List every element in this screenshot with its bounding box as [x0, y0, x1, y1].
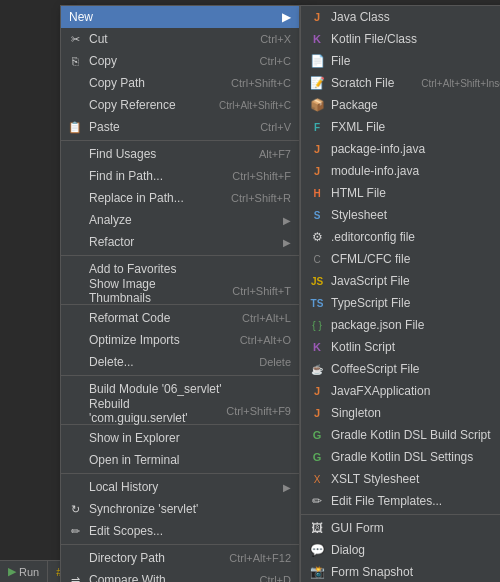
- java-class-label: Java Class: [331, 10, 390, 24]
- right-fxml[interactable]: F FXML File: [301, 116, 500, 138]
- run-label: Run: [19, 566, 39, 578]
- right-package-info[interactable]: J package-info.java: [301, 138, 500, 160]
- right-package-json[interactable]: { } package.json File: [301, 314, 500, 336]
- fxml-icon: F: [309, 119, 325, 135]
- analyze-arrow: ▶: [283, 215, 291, 226]
- stylesheet-label: Stylesheet: [331, 208, 387, 222]
- menu-replace-path[interactable]: Replace in Path... Ctrl+Shift+R: [61, 187, 299, 209]
- right-java-class[interactable]: J Java Class: [301, 6, 500, 28]
- right-edit-templates[interactable]: ✏ Edit File Templates...: [301, 490, 500, 512]
- menu-delete-shortcut: Delete: [243, 356, 291, 368]
- right-dialog[interactable]: 💬 Dialog: [301, 539, 500, 561]
- menu-edit-scopes-label: Edit Scopes...: [89, 524, 163, 538]
- right-xslt[interactable]: X XSLT Stylesheet: [301, 468, 500, 490]
- singleton-icon: J: [309, 405, 325, 421]
- copy-icon: ⎘: [67, 53, 83, 69]
- menu-reformat[interactable]: Reformat Code Ctrl+Alt+L: [61, 307, 299, 329]
- menu-analyze-label: Analyze: [89, 213, 132, 227]
- menu-copy-path-label: Copy Path: [89, 76, 145, 90]
- right-stylesheet[interactable]: S Stylesheet: [301, 204, 500, 226]
- menu-reformat-shortcut: Ctrl+Alt+L: [226, 312, 291, 324]
- right-gradle-settings[interactable]: G Gradle Kotlin DSL Settings: [301, 446, 500, 468]
- run-status[interactable]: ▶ Run: [0, 561, 48, 582]
- right-kotlin-script[interactable]: K Kotlin Script: [301, 336, 500, 358]
- right-form-snapshot[interactable]: 📸 Form Snapshot: [301, 561, 500, 582]
- module-info-label: module-info.java: [331, 164, 419, 178]
- menu-compare-shortcut: Ctrl+D: [244, 574, 291, 582]
- right-kotlin-file[interactable]: K Kotlin File/Class: [301, 28, 500, 50]
- sync-icon: ↻: [67, 501, 83, 517]
- menu-show-explorer[interactable]: Show in Explorer: [61, 427, 299, 449]
- menu-cut-shortcut: Ctrl+X: [244, 33, 291, 45]
- menu-show-explorer-label: Show in Explorer: [89, 431, 180, 445]
- menu-cut[interactable]: ✂ Cut Ctrl+X: [61, 28, 299, 50]
- menu-reformat-label: Reformat Code: [89, 311, 170, 325]
- dialog-icon: 💬: [309, 542, 325, 558]
- menu-build-label: Build Module '06_servlet': [89, 382, 222, 396]
- right-ts[interactable]: TS TypeScript File: [301, 292, 500, 314]
- build-icon: [67, 381, 83, 397]
- module-info-icon: J: [309, 163, 325, 179]
- right-package[interactable]: 📦 Package: [301, 94, 500, 116]
- menu-delete[interactable]: Delete... Delete: [61, 351, 299, 373]
- menu-optimize-label: Optimize Imports: [89, 333, 180, 347]
- right-scratch-file[interactable]: 📝 Scratch File Ctrl+Alt+Shift+Insert: [301, 72, 500, 94]
- right-singleton[interactable]: J Singleton: [301, 402, 500, 424]
- singleton-label: Singleton: [331, 406, 381, 420]
- right-js[interactable]: JS JavaScript File: [301, 270, 500, 292]
- sep7: [61, 544, 299, 545]
- history-icon: [67, 479, 83, 495]
- left-context-menu: New ▶ ✂ Cut Ctrl+X ⎘ Copy Ctrl+C Copy Pa…: [60, 5, 300, 582]
- menu-find-in-path-label: Find in Path...: [89, 169, 163, 183]
- menu-add-favorites-label: Add to Favorites: [89, 262, 176, 276]
- menu-edit-scopes[interactable]: ✏ Edit Scopes...: [61, 520, 299, 542]
- copy-path-icon: [67, 75, 83, 91]
- menu-delete-label: Delete...: [89, 355, 134, 369]
- menu-find-in-path[interactable]: Find in Path... Ctrl+Shift+F: [61, 165, 299, 187]
- right-coffeescript[interactable]: ☕ CoffeeScript File: [301, 358, 500, 380]
- dialog-label: Dialog: [331, 543, 365, 557]
- menu-rebuild-label: Rebuild 'com.guigu.servlet': [89, 397, 210, 425]
- menu-copy-ref[interactable]: Copy Reference Ctrl+Alt+Shift+C: [61, 94, 299, 116]
- favorites-icon: [67, 261, 83, 277]
- menu-copy-label: Copy: [89, 54, 117, 68]
- right-html[interactable]: H HTML File: [301, 182, 500, 204]
- menu-copy-path[interactable]: Copy Path Ctrl+Shift+C: [61, 72, 299, 94]
- menu-paste[interactable]: 📋 Paste Ctrl+V: [61, 116, 299, 138]
- right-cfml[interactable]: C CFML/CFC file: [301, 248, 500, 270]
- menu-compare[interactable]: ⇌ Compare With... Ctrl+D: [61, 569, 299, 582]
- right-javafx[interactable]: J JavaFXApplication: [301, 380, 500, 402]
- right-gradle-build[interactable]: G Gradle Kotlin DSL Build Script: [301, 424, 500, 446]
- menu-analyze[interactable]: Analyze ▶: [61, 209, 299, 231]
- javafx-label: JavaFXApplication: [331, 384, 430, 398]
- gui-form-label: GUI Form: [331, 521, 384, 535]
- menu-replace-shortcut: Ctrl+Shift+R: [215, 192, 291, 204]
- menu-show-thumbnails[interactable]: Show Image Thumbnails Ctrl+Shift+T: [61, 280, 299, 302]
- right-editorconfig[interactable]: ⚙ .editorconfig file: [301, 226, 500, 248]
- form-snapshot-label: Form Snapshot: [331, 565, 413, 579]
- menu-open-terminal[interactable]: Open in Terminal: [61, 449, 299, 471]
- replace-icon: [67, 190, 83, 206]
- menu-rebuild[interactable]: Rebuild 'com.guigu.servlet' Ctrl+Shift+F…: [61, 400, 299, 422]
- menu-optimize-imports[interactable]: Optimize Imports Ctrl+Alt+O: [61, 329, 299, 351]
- right-gui-form[interactable]: 🖼 GUI Form: [301, 517, 500, 539]
- right-module-info[interactable]: J module-info.java: [301, 160, 500, 182]
- form-snapshot-icon: 📸: [309, 564, 325, 580]
- refactor-arrow: ▶: [283, 237, 291, 248]
- menu-refactor-label: Refactor: [89, 235, 134, 249]
- menu-copy-ref-label: Copy Reference: [89, 98, 176, 112]
- coffeescript-label: CoffeeScript File: [331, 362, 419, 376]
- menu-optimize-shortcut: Ctrl+Alt+O: [224, 334, 291, 346]
- menu-refactor[interactable]: Refactor ▶: [61, 231, 299, 253]
- menu-local-history[interactable]: Local History ▶: [61, 476, 299, 498]
- sep2: [61, 255, 299, 256]
- editorconfig-label: .editorconfig file: [331, 230, 415, 244]
- right-file[interactable]: 📄 File: [301, 50, 500, 72]
- menu-dir-path[interactable]: Directory Path Ctrl+Alt+F12: [61, 547, 299, 569]
- menu-synchronize[interactable]: ↻ Synchronize 'servlet': [61, 498, 299, 520]
- menu-copy-ref-shortcut: Ctrl+Alt+Shift+C: [203, 100, 291, 111]
- menu-copy[interactable]: ⎘ Copy Ctrl+C: [61, 50, 299, 72]
- menu-find-usages[interactable]: Find Usages Alt+F7: [61, 143, 299, 165]
- editorconfig-icon: ⚙: [309, 229, 325, 245]
- reformat-icon: [67, 310, 83, 326]
